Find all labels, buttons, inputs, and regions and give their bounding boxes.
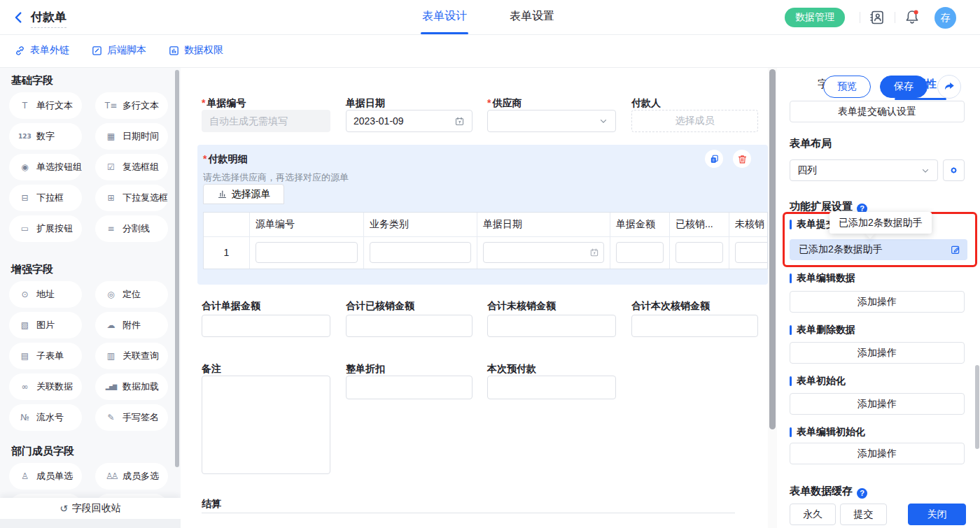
layout-settings-button[interactable] [943, 159, 965, 181]
sidebar-item-divider-field[interactable]: ≡分割线 [95, 215, 168, 242]
panel-active-tab-underline [895, 98, 946, 100]
notification-bell-icon[interactable] [904, 8, 920, 25]
select-source-label: 选择源单 [232, 188, 271, 201]
form-external-link[interactable]: 表单外链 [14, 44, 69, 57]
row-index: 1 [204, 237, 250, 269]
supplier-select[interactable] [487, 110, 616, 132]
data-manage-button[interactable]: 数据管理 [785, 8, 845, 27]
whole-discount-input[interactable] [346, 376, 472, 399]
sidebar-item-serial-number[interactable]: №流水号 [9, 404, 82, 431]
backend-script-link[interactable]: 后端脚本 [91, 44, 146, 57]
delete-subform-button[interactable] [733, 150, 751, 168]
sidebar-item-multi-text[interactable]: T≡多行文本 [95, 92, 168, 119]
calendar-icon: ▦ [104, 131, 118, 141]
canvas-scrollbar[interactable] [768, 68, 777, 528]
sidebar-item-label: 下拉框 [36, 192, 64, 204]
calendar-icon [454, 116, 465, 127]
sidebar-item-label: 手写签名 [122, 411, 159, 424]
total-doc-amount-input[interactable] [202, 315, 330, 337]
payment-detail-subform: *付款明细 请先选择供应商，再选择对应的源单 选择源单 源单编号 业务类别 单据… [197, 145, 768, 285]
sidebar-item-dropdown[interactable]: ⊟下拉框 [9, 185, 82, 211]
doc-amount-input[interactable] [616, 242, 664, 263]
sidebar-item-geolocate[interactable]: ◎定位 [95, 281, 168, 308]
subform-title: *付款明细 [203, 153, 247, 166]
sidebar-item-number[interactable]: 123数字 [9, 123, 82, 150]
contacts-book-icon[interactable] [869, 9, 886, 26]
doc-date-value: 2023-01-09 [354, 115, 404, 127]
written-off-input[interactable] [676, 242, 723, 263]
remark-textarea[interactable] [202, 376, 330, 474]
total-written-off-input[interactable] [346, 315, 472, 337]
form-canvas: *单据编号 单据日期 2023-01-09 *供应商 付款人 选择成员 *付款明… [181, 68, 768, 528]
panel-scrollbar-thumb[interactable] [975, 365, 979, 449]
sidebar-item-checkbox-group[interactable]: ☑复选框组 [95, 154, 168, 180]
form-edit-init-add-action[interactable]: 添加操作 [790, 443, 965, 464]
preview-button[interactable]: 预览 [823, 76, 871, 98]
person-icon: ♙ [18, 471, 31, 481]
total-not-written-off-input[interactable] [487, 315, 616, 337]
select-source-doc-button[interactable]: 选择源单 [203, 184, 284, 204]
share-button[interactable] [937, 75, 961, 99]
cache-option-permanent[interactable]: 永久 [790, 504, 836, 525]
sidebar-item-label: 单选按钮组 [36, 161, 82, 173]
sidebar-item-member-single[interactable]: ♙成员单选 [9, 463, 82, 490]
sidebar-item-extend-button[interactable]: ▭扩展按钮 [9, 215, 82, 242]
form-layout-select[interactable]: 四列 [790, 159, 938, 181]
sidebar-item-data-load[interactable]: ▂▅▇数据加载 [95, 373, 168, 400]
settlement-section-title: 结算 [202, 497, 221, 511]
prepayment-input[interactable] [487, 376, 616, 399]
sidebar-item-label: 关联查询 [122, 350, 159, 362]
pen-icon: ✎ [104, 413, 118, 422]
business-type-input[interactable] [370, 242, 471, 263]
sidebar-item-radio-group[interactable]: ◉单选按钮组 [9, 154, 82, 180]
header-doc-date: 单据日期 [477, 213, 610, 236]
source-doc-no-input[interactable] [255, 242, 358, 263]
canvas-scrollbar-thumb[interactable] [769, 69, 776, 429]
sidebar-item-image[interactable]: ▧图片 [9, 312, 82, 338]
subform-icon: ▤ [18, 351, 31, 361]
backend-script-label: 后端脚本 [107, 44, 146, 57]
not-written-off-input[interactable] [735, 242, 768, 263]
field-recycle-bin[interactable]: ↺ 字段回收站 [0, 498, 181, 519]
sidebar-item-signature[interactable]: ✎手写签名 [95, 404, 168, 431]
help-icon[interactable]: ? [857, 488, 867, 499]
data-permission-link[interactable]: 数据权限 [168, 44, 223, 57]
copy-subform-button[interactable] [705, 150, 723, 168]
required-star: * [202, 97, 205, 108]
sidebar-item-subform[interactable]: ▤子表单 [9, 343, 82, 369]
sidebar-scrollbar[interactable] [175, 70, 179, 467]
section-basic-fields: 基础字段 T单行文本 T≡多行文本 123数字 ▦日期时间 ◉单选按钮组 ☑复选… [0, 73, 181, 242]
sidebar-item-attachment[interactable]: ☁附件 [95, 312, 168, 338]
payer-member-picker[interactable]: 选择成员 [631, 110, 758, 132]
sidebar-item-label: 扩展按钮 [36, 222, 73, 235]
tab-form-design[interactable]: 表单设计 [422, 9, 467, 24]
sidebar-item-label: 地址 [36, 288, 55, 301]
user-avatar[interactable]: 存 [934, 7, 956, 29]
sidebar-item-multi-dropdown[interactable]: ⊞下拉复选框 [95, 185, 168, 211]
page-title[interactable]: 付款单 [31, 9, 66, 28]
sidebar-item-address[interactable]: ⊙地址 [9, 281, 82, 308]
back-icon[interactable] [11, 10, 27, 25]
sidebar-item-single-text[interactable]: T单行文本 [9, 92, 82, 119]
doc-number-input[interactable] [202, 110, 330, 132]
form-delete-data-add-action[interactable]: 添加操作 [790, 342, 965, 364]
total-current-writeoff-input[interactable] [631, 315, 758, 337]
bar-chart-icon: ▂▅▇ [104, 384, 118, 390]
cache-option-submit[interactable]: 提交 [840, 504, 887, 525]
submit-confirm-settings-button[interactable]: 表单提交确认设置 [790, 101, 965, 122]
doc-date-input[interactable]: 2023-01-09 [346, 110, 472, 132]
divider-icon: ≡ [104, 224, 118, 234]
form-submit-assistant-row[interactable]: 已添加2条数据助手 [790, 239, 967, 260]
tab-form-settings[interactable]: 表单设置 [510, 9, 554, 24]
cache-option-close[interactable]: 关闭 [908, 504, 966, 525]
form-edit-data-add-action[interactable]: 添加操作 [790, 291, 965, 313]
sidebar-item-label: 单行文本 [36, 99, 73, 112]
save-button[interactable]: 保存 [880, 76, 927, 98]
form-init-add-action[interactable]: 添加操作 [790, 393, 965, 415]
sidebar-item-relation-query[interactable]: ▥关联查询 [95, 343, 168, 369]
sidebar-item-relation-data[interactable]: ∞关联数据 [9, 373, 82, 400]
script-icon [91, 45, 103, 57]
sidebar-item-member-multi[interactable]: ♙♙成员多选 [95, 463, 168, 490]
doc-date-cell-input[interactable] [483, 242, 604, 263]
sidebar-item-datetime[interactable]: ▦日期时间 [95, 123, 168, 150]
